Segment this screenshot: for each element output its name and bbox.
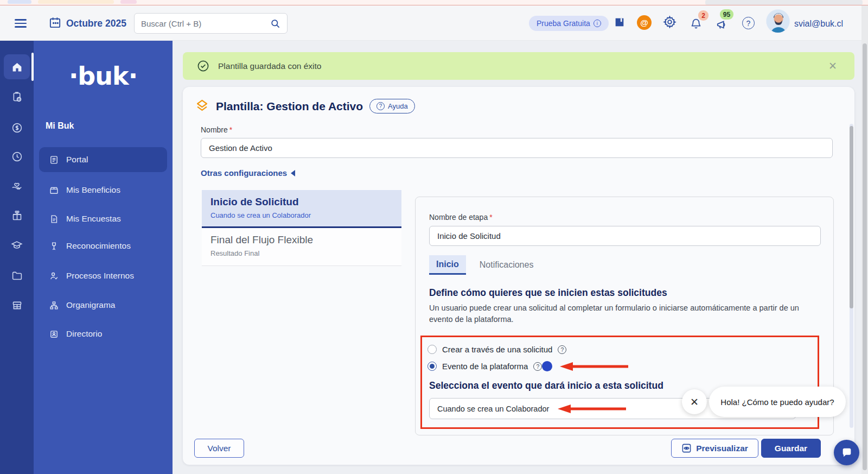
chat-bubble-icon xyxy=(841,447,853,459)
sidebar-section-title: Mi Buk xyxy=(46,121,74,131)
template-name-value: Gestion de Activo xyxy=(209,143,272,153)
stage-subtitle: Resultado Final xyxy=(210,249,393,257)
id-card-icon xyxy=(49,329,59,339)
stage-item-final[interactable]: Final del Flujo Flexible Resultado Final xyxy=(202,228,401,266)
stage-item-inicio[interactable]: Inicio de Solicitud Cuando se crea un Co… xyxy=(202,190,401,228)
sidebar-item-mis-encuestas[interactable]: Mis Encuestas xyxy=(39,208,167,230)
notifications-count-badge: 2 xyxy=(698,10,709,21)
sidebar-item-organigrama[interactable]: Organigrama xyxy=(39,294,167,316)
sidebar-item-procesos-internos[interactable]: Procesos Internos xyxy=(39,265,167,287)
chat-launcher-button[interactable] xyxy=(834,440,859,465)
radio-row-solicitud: Crear a través de una solicitud ? xyxy=(427,345,566,354)
option-help-icon[interactable]: ? xyxy=(558,345,566,354)
chat-greeting-bubble[interactable]: Hola! ¿Cómo te puedo ayudar? xyxy=(709,387,846,417)
guardar-button[interactable]: Guardar xyxy=(761,439,821,458)
documents-folder-icon[interactable] xyxy=(0,266,34,285)
tab-inicio[interactable]: Inicio xyxy=(429,255,466,275)
settings-gear-icon[interactable] xyxy=(663,15,676,29)
sidebar-item-label: Procesos Internos xyxy=(66,271,134,281)
preview-eye-icon xyxy=(681,443,692,453)
stage-title: Final del Flujo Flexible xyxy=(210,234,393,246)
template-name-input[interactable]: Gestion de Activo xyxy=(201,138,833,158)
portal-doc-icon xyxy=(49,155,59,165)
browser-strip xyxy=(0,0,868,5)
announcements-megaphone-icon[interactable] xyxy=(716,19,728,31)
tab-notificaciones[interactable]: Notificaciones xyxy=(473,255,541,275)
person-check-icon xyxy=(49,271,59,281)
home-icon[interactable] xyxy=(0,58,34,76)
trial-badge[interactable]: Prueba Gratuita i xyxy=(529,16,609,31)
volver-button[interactable]: Volver xyxy=(194,439,244,458)
trial-label: Prueba Gratuita xyxy=(537,19,590,28)
option-help-icon[interactable]: ? xyxy=(533,362,542,371)
sidebar-item-label: Portal xyxy=(66,155,88,165)
radio-row-evento: Evento de la plataforma ? xyxy=(427,361,629,371)
banner-close-icon[interactable]: ✕ xyxy=(828,61,837,71)
question-icon: ? xyxy=(376,102,385,110)
radio-label: Crear a través de una solicitud xyxy=(442,345,552,354)
other-settings-link[interactable]: Otras configuraciones xyxy=(201,168,295,178)
payroll-coin-icon[interactable] xyxy=(0,118,34,137)
sidebar-item-label: Mis Beneficios xyxy=(66,185,120,195)
chat-greeting-text: Hola! ¿Cómo te puedo ayudar? xyxy=(720,397,834,407)
medal-icon xyxy=(49,241,59,251)
buk-logo: ·buk· xyxy=(34,61,173,91)
orange-app-icon[interactable]: @ xyxy=(637,15,652,30)
sidebar-item-portal[interactable]: Portal xyxy=(39,147,167,172)
name-field-label: Nombre* xyxy=(201,125,232,134)
sidebar-icon-rail xyxy=(0,41,34,474)
calendar-icon[interactable] xyxy=(49,16,61,29)
previsualizar-label: Previsualizar xyxy=(696,444,748,453)
annotation-arrow-icon xyxy=(558,404,627,414)
time-clock-icon[interactable] xyxy=(0,147,34,166)
page-title: Plantilla: Gestion de Activo xyxy=(216,100,363,113)
sidebar-item-label: Mis Encuestas xyxy=(66,214,121,224)
click-indicator-dot xyxy=(542,361,552,371)
event-select-value: Cuando se crea un Colaborador xyxy=(437,405,549,413)
stage-name-input[interactable]: Inicio de Solicitud xyxy=(429,226,821,246)
event-select-label: Selecciona el evento que dará inicio a e… xyxy=(429,380,663,391)
check-circle-icon xyxy=(197,60,209,72)
period-selector[interactable]: Octubre 2025 xyxy=(66,18,126,29)
radio-crear-solicitud[interactable] xyxy=(427,345,437,354)
help-icon[interactable]: ? xyxy=(742,17,755,29)
buk-app-window: Octubre 2025 Buscar (Ctrl + B) Prueba Gr… xyxy=(0,0,868,474)
required-mark: * xyxy=(229,125,232,134)
benefits-gift-icon[interactable] xyxy=(0,206,34,225)
wellbeing-hand-heart-icon[interactable] xyxy=(0,176,34,195)
bookmark-icon[interactable] xyxy=(614,16,626,28)
top-bar: Octubre 2025 Buscar (Ctrl + B) Prueba Gr… xyxy=(0,5,861,41)
user-avatar[interactable] xyxy=(766,9,790,33)
stage-name-value: Inicio de Solicitud xyxy=(437,231,501,241)
stage-list: Inicio de Solicitud Cuando se crea un Co… xyxy=(202,190,401,266)
announcements-count-badge: 95 xyxy=(720,9,733,20)
company-building-icon[interactable] xyxy=(0,296,34,314)
sidebar-item-mis-beneficios[interactable]: Mis Beneficios xyxy=(39,179,167,201)
ayuda-label: Ayuda xyxy=(388,102,408,110)
banner-message: Plantilla guardada con éxito xyxy=(218,61,321,71)
stage-name-label: Nombre de etapa* xyxy=(429,213,493,222)
tasks-clipboard-icon[interactable] xyxy=(0,87,34,106)
template-diamond-icon xyxy=(195,99,209,113)
success-banner: Plantilla guardada con éxito ✕ xyxy=(183,52,854,80)
browser-tab-shape xyxy=(120,0,137,4)
card-scrollbar-thumb[interactable] xyxy=(850,126,853,308)
sidebar-item-reconocimientos[interactable]: Reconocimientos xyxy=(39,235,167,257)
user-email[interactable]: svial@buk.cl xyxy=(794,19,843,29)
search-input[interactable]: Buscar (Ctrl + B) xyxy=(134,13,288,34)
radio-evento-plataforma[interactable] xyxy=(427,362,437,371)
sidebar-item-directorio[interactable]: Directorio xyxy=(39,323,167,345)
page-scrollbar-thumb[interactable] xyxy=(863,43,867,470)
training-graduation-icon[interactable] xyxy=(0,236,34,255)
menu-toggle-icon[interactable] xyxy=(15,17,27,30)
collapse-arrow-icon xyxy=(291,170,295,176)
start-section-title: Define cómo quieres que se inicien estas… xyxy=(429,287,667,299)
stage-subtitle: Cuando se crea un Colaborador xyxy=(210,211,393,219)
previsualizar-button[interactable]: Previsualizar xyxy=(671,439,758,458)
start-section-description: Un usuario puede crear una solicitud al … xyxy=(429,302,806,325)
ayuda-button[interactable]: ? Ayuda xyxy=(369,99,415,113)
sidebar-item-label: Organigrama xyxy=(66,300,115,310)
other-settings-label: Otras configuraciones xyxy=(201,168,287,178)
chat-dismiss-button[interactable]: ✕ xyxy=(682,389,707,414)
radio-label: Evento de la plataforma xyxy=(442,362,528,371)
